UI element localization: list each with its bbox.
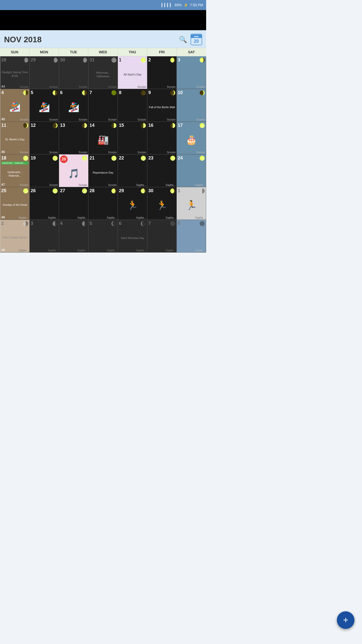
- calendar-cell[interactable]: 28🌖Sagitta...: [88, 187, 118, 220]
- calendar-cell[interactable]: 17🌕🎂Scorpio: [177, 122, 206, 154]
- cell-bottom-row: Scorpio: [178, 86, 205, 88]
- calendar-cell[interactable]: 3🌗Sagitta...: [30, 220, 59, 253]
- day-number: 28: [1, 57, 6, 63]
- today-number: 20: [60, 155, 68, 163]
- zodiac-label: Scorpio: [138, 86, 146, 88]
- calendar-cell[interactable]: 13🌓Scorpio: [59, 122, 88, 154]
- cell-event-text: First Sunday Advent: [1, 227, 28, 248]
- day-number: 31: [89, 57, 95, 63]
- calendar-cell[interactable]: 6🌗🏂Scorpio: [59, 89, 88, 122]
- zodiac-label: Sagitta...: [19, 249, 28, 252]
- calendar-cell[interactable]: 7🔴Scorpio: [88, 89, 118, 122]
- calendar-cell[interactable]: 1🌕All Saint's DayScorpio: [118, 56, 147, 89]
- cell-event-text: Sunday of the Dead: [1, 194, 28, 215]
- calendar-cell[interactable]: 6🌘Saint Nicholas DaySagitta...: [118, 220, 147, 253]
- day-number: 14: [89, 123, 95, 128]
- calendar-cell[interactable]: 12🌒Scorpio: [30, 122, 59, 154]
- cell-bottom-row: Scorpio: [148, 118, 175, 121]
- calendar-cell[interactable]: 14🌓🏭Scorpio: [88, 122, 118, 154]
- moon-phase-icon: 🌗: [199, 188, 205, 194]
- dow-fri: FRI: [147, 48, 177, 56]
- calendar-cell[interactable]: 7🔴Sagitta...: [147, 220, 177, 253]
- calendar-cell[interactable]: 24🌕Sagitta...: [177, 154, 206, 187]
- calendar-cell[interactable]: 29🌖🏃Sagitta...: [118, 187, 147, 220]
- calendar-cell[interactable]: 16🌓Scorpio: [147, 122, 177, 154]
- calendar-cell[interactable]: 4🌗Sagitta...: [59, 220, 88, 253]
- cell-emoji: 🏂: [60, 96, 87, 118]
- zodiac-label: Scorpio: [167, 151, 175, 154]
- calendar-cell[interactable]: 20🌕🎵Scorpio: [59, 154, 88, 187]
- moon-phase-icon: 🌔: [82, 57, 87, 63]
- calendar-cell[interactable]: 2🌖Scorpio: [147, 56, 177, 89]
- day-number: 29: [119, 188, 124, 193]
- moon-phase-icon: 🌗: [23, 90, 28, 96]
- calendar-cell[interactable]: 22🌕Sagitta...: [118, 154, 147, 187]
- calendar-cell[interactable]: 31🌕Reformati... HalloweenScorpio: [88, 56, 118, 89]
- calendar-cell[interactable]: 30🌔Scorpio: [59, 56, 88, 89]
- search-button[interactable]: 🔍: [179, 36, 187, 44]
- calendar-cell[interactable]: 9🌒Fall of the Berlin WallScorpio: [147, 89, 177, 122]
- calendar-cell[interactable]: 11🌒St. Martin's Day46Scorpio: [0, 122, 30, 154]
- cell-bottom-row: 44Scorpio: [1, 85, 28, 88]
- cell-bottom-row: Sagitta...: [60, 249, 87, 252]
- calendar-cell[interactable]: 29🌔Scorpio: [30, 56, 59, 89]
- calendar-cell[interactable]: 8🌑Scorpio: [118, 89, 147, 122]
- calendar-cell[interactable]: 5🌘Sagitta...: [88, 220, 118, 253]
- zodiac-label: Scorpio: [79, 184, 87, 186]
- calendar-cell[interactable]: 18🌕Gartenarb... National...Gartenarb... …: [0, 154, 30, 187]
- day-number: 2: [1, 221, 4, 226]
- calendar-cell[interactable]: 26🌕Sagitta...: [30, 187, 59, 220]
- calendar-cell[interactable]: 15🌓Scorpio: [118, 122, 147, 154]
- zodiac-label: Sagitta...: [136, 216, 146, 219]
- time-display: 7:50 PM: [190, 3, 203, 7]
- calendar-cell[interactable]: 19🌕Scorpio: [30, 154, 59, 187]
- calendar-cell[interactable]: 10🌒Scorpio: [177, 89, 206, 122]
- day-number: 30: [148, 188, 153, 193]
- zodiac-label: Sagitta...: [166, 184, 175, 186]
- calendar-cell[interactable]: 5🌗🏂Scorpio: [30, 89, 59, 122]
- calendar-cell[interactable]: 23🌕Sagitta...: [147, 154, 177, 187]
- day-number: 1: [119, 57, 121, 63]
- cell-bottom-row: Sagitta...: [60, 216, 87, 219]
- week-number: 48: [1, 215, 5, 219]
- day-number: 11: [1, 123, 6, 128]
- zodiac-label: Scorpio: [49, 184, 58, 186]
- moon-phase-icon: 🌑: [199, 221, 205, 226]
- black-bar: [0, 10, 206, 30]
- calendar-cell[interactable]: 21🌕Repentance DayScorpio: [88, 154, 118, 187]
- zodiac-label: Scorpio: [196, 86, 205, 88]
- calendar-cell[interactable]: 28🌔Daylight Saving Time Ends44Scorpio: [0, 56, 30, 89]
- zodiac-label: Scorpio: [79, 118, 87, 121]
- calendar-cell[interactable]: 1🌗🏃Sagitta...: [177, 187, 206, 220]
- zodiac-label: Scorpio: [138, 151, 146, 154]
- calendar-cell[interactable]: 30🌖🏃Sagitta...: [147, 187, 177, 220]
- moon-phase-icon: 🌕: [52, 188, 58, 194]
- cell-bottom-row: 48Sagitta...: [1, 215, 28, 219]
- cell-bottom-row: Scorpio: [31, 151, 58, 154]
- zodiac-label: Sagitta...: [136, 249, 146, 252]
- moon-phase-icon: 🌕: [170, 155, 175, 161]
- today-button[interactable]: ▬▬ 20: [191, 34, 202, 45]
- moon-phase-icon: 🌓: [82, 123, 87, 128]
- dow-tue: TUE: [59, 48, 88, 56]
- moon-phase-icon: 🌒: [170, 90, 175, 96]
- cell-bottom-row: Scorpio: [60, 184, 87, 186]
- day-number: 4: [1, 90, 4, 95]
- zodiac-label: Sagitta...: [19, 216, 28, 219]
- calendar-cell[interactable]: 27🌕Sagitta...: [59, 187, 88, 220]
- calendar-cell[interactable]: 2🌗First Sunday Advent49Sagitta...: [0, 220, 30, 253]
- zodiac-label: Scorpio: [108, 151, 117, 154]
- calendar-cell[interactable]: 25🌕Sunday of the Dead48Sagitta...: [0, 187, 30, 220]
- calendar-cell[interactable]: 8🌑Sagitta...: [177, 220, 206, 253]
- zodiac-label: Sagitta...: [107, 216, 117, 219]
- zodiac-label: Scorpio: [108, 86, 117, 88]
- zodiac-label: Scorpio: [49, 118, 58, 121]
- today-number: 20: [194, 38, 199, 45]
- zodiac-label: Scorpio: [49, 151, 58, 154]
- day-number: 8: [178, 221, 180, 226]
- day-number: 3: [31, 221, 33, 226]
- calendar-cell[interactable]: 4🌗🏂45Scorpio: [0, 89, 30, 122]
- calendar-cell[interactable]: 3🌖Scorpio: [177, 56, 206, 89]
- day-number: 29: [31, 57, 36, 63]
- zodiac-label: Scorpio: [108, 184, 117, 186]
